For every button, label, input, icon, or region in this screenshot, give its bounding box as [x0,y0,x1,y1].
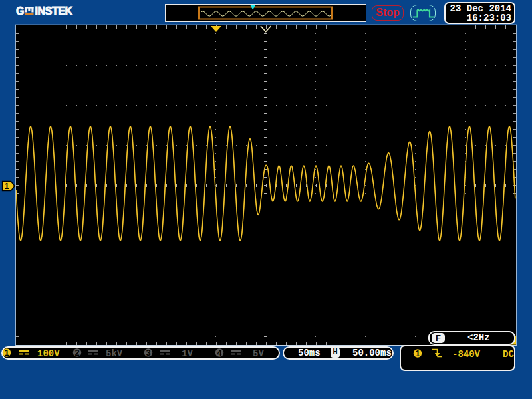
svg-text:G: G [16,5,24,16]
svg-text:INSTEK: INSTEK [35,5,73,16]
svg-text:3: 3 [146,348,150,358]
svg-text:5V: 5V [253,348,264,359]
svg-text:-840V: -840V [452,349,481,360]
svg-text:DC: DC [503,349,514,360]
svg-text:1: 1 [4,348,9,358]
svg-text:1: 1 [415,348,420,358]
svg-text:100V: 100V [37,348,60,359]
svg-text:4: 4 [217,348,222,358]
svg-text:5kV: 5kV [106,348,123,359]
svg-text:2: 2 [74,348,79,358]
svg-text:1: 1 [5,182,9,191]
svg-text:1V: 1V [182,348,193,359]
